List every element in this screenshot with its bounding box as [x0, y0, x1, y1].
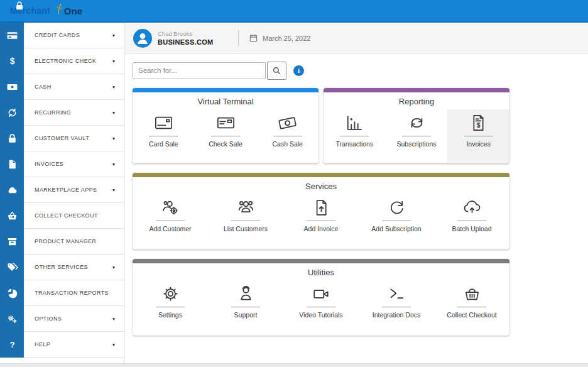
- integration-docs-button[interactable]: Integration Docs: [359, 280, 434, 336]
- tile-label: Add Customer: [149, 225, 191, 233]
- cards-area: Virtual Terminal Card Sale Check Sale: [133, 88, 509, 336]
- add-customer-button[interactable]: Add Customer: [133, 194, 208, 249]
- merchant-one-logo[interactable]: Merchant One: [0, 0, 588, 21]
- tile-label: Add Subscription: [371, 225, 421, 233]
- calendar-icon: [249, 33, 258, 43]
- sidebar-item-credit-cards[interactable]: CREDIT CARDS ▼: [0, 23, 124, 48]
- check-sale-button[interactable]: Check Sale: [195, 109, 257, 163]
- lock-icon: [14, 0, 25, 11]
- chevron-down-icon: ▼: [104, 317, 124, 321]
- video-tutorials-button[interactable]: Video Tutorials: [283, 280, 359, 336]
- tile-label: Check Sale: [209, 140, 242, 148]
- divider: [464, 136, 493, 136]
- tile-label: Collect Checkout: [447, 311, 496, 319]
- sidebar-item-label: CUSTOMER VAULT: [24, 135, 104, 141]
- subscriptions-button[interactable]: Subscriptions: [386, 109, 448, 163]
- card-virtual-terminal: Virtual Terminal Card Sale Check Sale: [133, 88, 318, 163]
- lock-icon: [0, 126, 24, 151]
- user-header-band: Chad Brooks BUSINESS.COM March 25, 2022: [125, 23, 588, 54]
- tile-label: List Customers: [224, 225, 268, 233]
- dollar-icon: $: [0, 48, 24, 74]
- sidebar-item-collect-checkout[interactable]: COLLECT CHECKOUT: [0, 203, 124, 229]
- basket-icon: [0, 203, 24, 229]
- cash-icon: [277, 112, 298, 133]
- divider: [402, 136, 431, 136]
- sidebar-item-recurring[interactable]: RECURRING ▼: [0, 100, 124, 126]
- add-invoice-button[interactable]: Add Invoice: [283, 194, 359, 249]
- main-content: Chad Brooks BUSINESS.COM March 25, 2022 …: [125, 23, 588, 367]
- card-accent-bar: [133, 173, 509, 177]
- sidebar-item-label: TRANSACTION REPORTS: [24, 290, 124, 296]
- invoice-icon: [0, 151, 24, 177]
- tile-label: Support: [234, 311, 258, 319]
- card-accent-bar: [133, 259, 509, 263]
- user-company: BUSINESS.COM: [158, 38, 228, 46]
- sidebar-item-other-services[interactable]: OTHER SERVICES ▼: [0, 255, 124, 280]
- chevron-down-icon: ▼: [104, 59, 124, 63]
- sidebar-item-label: HELP: [24, 341, 104, 348]
- sidebar-item-options[interactable]: OPTIONS ▼: [0, 306, 124, 332]
- tile-label: Card Sale: [149, 140, 178, 148]
- divider: [238, 30, 239, 47]
- chevron-down-icon: ▼: [104, 111, 124, 115]
- gold-sprig-icon: [53, 3, 63, 15]
- search-button[interactable]: [267, 62, 286, 80]
- collect-checkout-button[interactable]: Collect Checkout: [434, 280, 509, 336]
- merchant-dashboard: Merchant One CREDIT CARDS ▼: [0, 0, 588, 367]
- support-icon: [236, 283, 256, 304]
- divider: [382, 307, 411, 307]
- sidebar-item-product-manager[interactable]: PRODUCT MANAGER: [0, 229, 124, 255]
- card-utilities: Utilities Settings Support: [133, 259, 509, 336]
- invoice-dollar-icon: $: [468, 112, 489, 133]
- sidebar-item-marketplace-apps[interactable]: MARKETPLACE APPS ▼: [0, 177, 124, 203]
- loop-arrows-icon: [406, 112, 427, 133]
- info-icon[interactable]: i: [293, 65, 304, 76]
- card-accent-bar: [133, 88, 318, 92]
- user-name: Chad Brooks: [158, 30, 228, 37]
- settings-button[interactable]: Settings: [133, 280, 208, 336]
- customers-icon: [236, 197, 256, 218]
- box-icon: [0, 229, 24, 255]
- batch-upload-button[interactable]: Batch Upload: [434, 194, 509, 249]
- sidebar-item-cash[interactable]: CASH ▼: [0, 74, 124, 100]
- sidebar-item-transaction-reports[interactable]: TRANSACTION REPORTS: [0, 280, 124, 306]
- user-info: Chad Brooks BUSINESS.COM: [158, 30, 228, 46]
- invoices-button[interactable]: $ Invoices: [447, 109, 509, 163]
- cash-sale-button[interactable]: Cash Sale: [256, 109, 318, 163]
- card-title: Services: [133, 177, 509, 194]
- transactions-button[interactable]: Transactions: [324, 109, 386, 163]
- sidebar-item-label: PRODUCT MANAGER: [24, 238, 124, 244]
- search-input[interactable]: [133, 62, 266, 79]
- sidebar-item-customer-vault[interactable]: CUSTOMER VAULT ▼: [0, 126, 124, 151]
- question-icon: ?: [0, 332, 24, 358]
- chevron-down-icon: ▼: [104, 162, 124, 167]
- tile-label: Subscriptions: [396, 140, 436, 148]
- gears-icon: [0, 306, 24, 332]
- basket-icon: [462, 283, 482, 304]
- refresh-icon: [386, 197, 407, 218]
- svg-text:$: $: [477, 122, 481, 129]
- divider: [457, 307, 486, 307]
- card-title: Utilities: [133, 263, 509, 280]
- bar-chart-icon: [344, 112, 365, 133]
- avatar[interactable]: [133, 29, 152, 48]
- sidebar-item-help[interactable]: ? HELP ▼: [0, 332, 124, 358]
- sidebar-item-invoices[interactable]: INVOICES ▼: [0, 151, 124, 177]
- divider: [231, 307, 260, 307]
- card-sale-button[interactable]: Card Sale: [133, 109, 195, 163]
- list-customers-button[interactable]: List Customers: [208, 194, 283, 249]
- divider: [156, 307, 185, 307]
- sidebar-item-label: MARKETPLACE APPS: [24, 187, 104, 193]
- add-subscription-button[interactable]: Add Subscription: [359, 194, 434, 249]
- tile-label: Invoices: [466, 140, 491, 148]
- tags-icon: [0, 255, 24, 280]
- sidebar-item-electronic-check[interactable]: $ ELECTRONIC CHECK ▼: [0, 48, 124, 74]
- support-button[interactable]: Support: [208, 280, 283, 336]
- top-bar: Merchant One: [0, 0, 588, 23]
- chevron-down-icon: ▼: [104, 85, 124, 89]
- cash-icon: [0, 74, 24, 100]
- divider: [307, 221, 335, 221]
- svg-text:?: ?: [9, 340, 14, 349]
- brand-text-one: One: [64, 6, 82, 16]
- divider: [307, 307, 335, 307]
